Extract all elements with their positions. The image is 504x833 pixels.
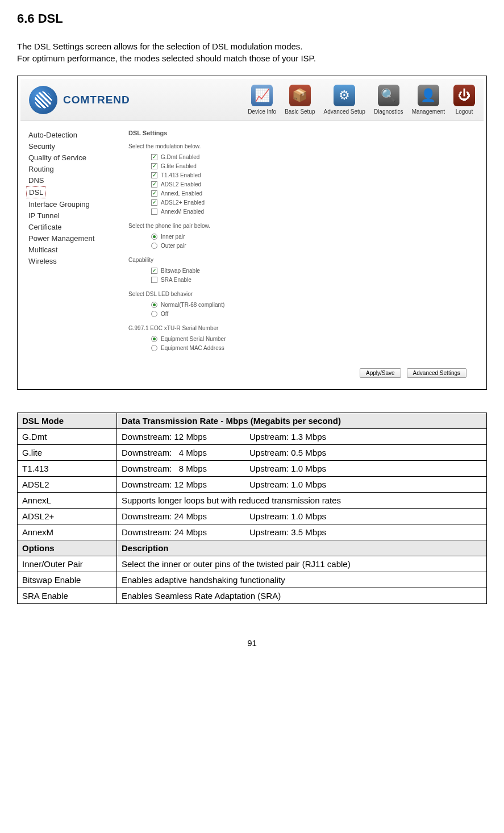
advanced-setup-icon: ⚙	[334, 85, 355, 106]
checkbox-label: ADSL2 Enabled	[161, 181, 201, 188]
table-row: T1.413 Downstream: 8 MbpsUpstream: 1.0 M…	[18, 461, 487, 477]
rate-cell: Downstream: 24 MbpsUpstream: 3.5 Mbps	[117, 524, 487, 540]
radio-serial-number[interactable]: Equipment Serial Number	[151, 336, 478, 342]
logo-text: COMTREND	[63, 94, 130, 106]
checkbox-icon	[151, 209, 157, 215]
radio-led-normal[interactable]: Normal(TR-68 compliant)	[151, 302, 478, 308]
radio-label: Inner pair	[161, 234, 185, 240]
nav-device-info[interactable]: 📈 Device Info	[248, 85, 276, 115]
nav-logout[interactable]: ⏻ Logout	[453, 85, 475, 115]
modulation-label: Select the modulation below.	[128, 143, 478, 149]
sidebar-item-qos[interactable]: Quality of Service	[26, 152, 117, 163]
radio-outer-pair[interactable]: Outer pair	[151, 243, 478, 249]
sidebar-item-auto-detection[interactable]: Auto-Detection	[26, 130, 117, 140]
logout-icon: ⏻	[453, 85, 475, 106]
radio-label: Equipment MAC Address	[161, 345, 224, 351]
checkbox-label: SRA Enable	[161, 277, 191, 283]
checkbox-icon	[151, 163, 157, 169]
pair-label: Select the phone line pair below.	[128, 223, 478, 229]
sidebar-item-interface-grouping[interactable]: Interface Grouping	[26, 199, 117, 210]
nav-label: Diagnostics	[374, 109, 403, 115]
sidebar-nav: Auto-Detection Security Quality of Servi…	[20, 121, 123, 363]
checkbox-adsl2[interactable]: ADSL2 Enabled	[151, 181, 478, 188]
basic-setup-icon: 📦	[289, 85, 311, 106]
sidebar-item-ip-tunnel[interactable]: IP Tunnel	[26, 210, 117, 221]
checkbox-annexm[interactable]: AnnexM Enabled	[151, 209, 478, 215]
radio-icon	[151, 345, 157, 351]
sidebar-item-wireless[interactable]: Wireless	[26, 256, 117, 266]
nav-label: Management	[412, 109, 445, 115]
apply-save-button[interactable]: Apply/Save	[360, 368, 401, 378]
top-nav: 📈 Device Info 📦 Basic Setup ⚙ Advanced S…	[248, 85, 475, 115]
sidebar-item-power-management[interactable]: Power Management	[26, 233, 117, 244]
logo-area: COMTREND	[29, 86, 130, 114]
section-number: 6.6	[17, 11, 35, 26]
mode-cell: T1.413	[18, 461, 117, 477]
advanced-settings-button[interactable]: Advanced Settings	[407, 368, 466, 378]
led-label: Select DSL LED behavior	[128, 291, 478, 297]
radio-inner-pair[interactable]: Inner pair	[151, 234, 478, 240]
nav-basic-setup[interactable]: 📦 Basic Setup	[285, 85, 315, 115]
checkbox-glite[interactable]: G.lite Enabled	[151, 163, 478, 169]
header-description: Description	[117, 540, 487, 556]
sidebar-item-routing[interactable]: Routing	[26, 164, 117, 174]
sidebar-item-dsl[interactable]: DSL	[26, 186, 46, 198]
nav-diagnostics[interactable]: 🔍 Diagnostics	[374, 85, 403, 115]
diagnostics-icon: 🔍	[378, 85, 399, 106]
intro-paragraph: The DSL Settings screen allows for the s…	[17, 40, 487, 64]
panel-title: DSL Settings	[128, 130, 478, 136]
button-row: Apply/Save Advanced Settings	[20, 363, 484, 386]
table-row: G.Dmt Downstream: 12 MbpsUpstream: 1.3 M…	[18, 429, 487, 445]
nav-label: Advanced Setup	[324, 109, 365, 115]
sidebar-item-dns[interactable]: DNS	[26, 175, 117, 186]
radio-mac-address[interactable]: Equipment MAC Address	[151, 345, 478, 351]
checkbox-icon	[151, 277, 157, 283]
checkbox-icon	[151, 181, 157, 188]
checkbox-bitswap[interactable]: Bitswap Enable	[151, 268, 478, 274]
sidebar-item-security[interactable]: Security	[26, 141, 117, 152]
checkbox-sra[interactable]: SRA Enable	[151, 277, 478, 283]
radio-icon	[151, 336, 157, 342]
option-cell: Bitswap Enable	[18, 572, 117, 588]
page-number: 91	[17, 638, 487, 648]
nav-label: Device Info	[248, 109, 276, 115]
table-row: SRA Enable Enables Seamless Rate Adaptat…	[18, 588, 487, 604]
capability-label: Capability	[128, 257, 478, 263]
checkbox-gdmt[interactable]: G.Dmt Enabled	[151, 154, 478, 160]
checkbox-icon	[151, 154, 157, 160]
header-options: Options	[18, 540, 117, 556]
rate-cell: Supports longer loops but with reduced t…	[117, 493, 487, 509]
sidebar-item-multicast[interactable]: Multicast	[26, 244, 117, 255]
checkbox-label: Bitswap Enable	[161, 268, 200, 274]
checkbox-t1413[interactable]: T1.413 Enabled	[151, 172, 478, 178]
rate-cell: Downstream: 8 MbpsUpstream: 1.0 Mbps	[117, 461, 487, 477]
table-row: ADSL2+ Downstream: 24 MbpsUpstream: 1.0 …	[18, 509, 487, 524]
checkbox-adsl2plus[interactable]: ADSL2+ Enabled	[151, 199, 478, 206]
device-info-icon: 📈	[251, 85, 273, 106]
management-icon: 👤	[418, 85, 439, 106]
section-title-text: DSL	[38, 11, 63, 26]
checkbox-label: T1.413 Enabled	[161, 172, 201, 178]
checkbox-icon	[151, 172, 157, 178]
radio-label: Outer pair	[161, 243, 186, 249]
option-cell: Inner/Outer Pair	[18, 556, 117, 572]
rate-cell: Downstream: 24 MbpsUpstream: 1.0 Mbps	[117, 509, 487, 524]
rate-cell: Downstream: 12 MbpsUpstream: 1.0 Mbps	[117, 477, 487, 493]
mode-cell: AnnexL	[18, 493, 117, 509]
table-row: Bitswap Enable Enables adaptive handshak…	[18, 572, 487, 588]
checkbox-label: AnnexM Enabled	[161, 209, 204, 215]
nav-management[interactable]: 👤 Management	[412, 85, 445, 115]
mode-cell: ADSL2	[18, 477, 117, 493]
sidebar-item-certificate[interactable]: Certificate	[26, 222, 117, 232]
router-header: COMTREND 📈 Device Info 📦 Basic Setup ⚙ A…	[20, 79, 484, 121]
intro-line-1: The DSL Settings screen allows for the s…	[17, 40, 487, 52]
radio-led-off[interactable]: Off	[151, 311, 478, 317]
nav-advanced-setup[interactable]: ⚙ Advanced Setup	[324, 85, 365, 115]
mode-cell: G.Dmt	[18, 429, 117, 445]
desc-cell: Enables Seamless Rate Adaptation (SRA)	[117, 588, 487, 604]
table-row: AnnexL Supports longer loops but with re…	[18, 493, 487, 509]
radio-icon	[151, 302, 157, 308]
checkbox-annexl[interactable]: AnnexL Enabled	[151, 190, 478, 197]
radio-label: Off	[161, 311, 168, 317]
rate-cell: Downstream: 4 MbpsUpstream: 0.5 Mbps	[117, 445, 487, 461]
